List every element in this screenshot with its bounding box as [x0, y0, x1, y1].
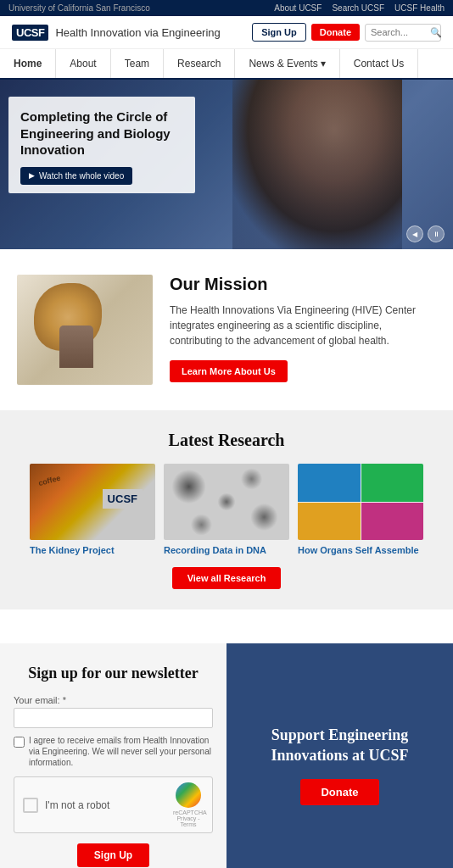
nav-contact[interactable]: Contact Us — [340, 49, 418, 78]
main-nav: Home About Team Research News & Events ▾… — [0, 49, 453, 80]
donate-button[interactable]: Donate — [311, 24, 360, 41]
ucsf-logo: UCSF — [12, 25, 48, 41]
donate-big-button[interactable]: Donate — [300, 779, 378, 805]
research-card-organs[interactable]: How Organs Self Assemble — [298, 464, 423, 555]
recaptcha-label: I'm not a robot — [45, 799, 109, 811]
research-card-dna[interactable]: Recording Data in DNA — [164, 464, 289, 555]
hero-content: Completing the Circle of Engineering and… — [8, 97, 195, 193]
play-icon: ▶ — [29, 171, 35, 180]
research-section: Latest Research The Kidney Project Recor… — [0, 410, 453, 609]
newsletter-title: Sign up for our newsletter — [14, 664, 213, 683]
logo-area: UCSF Health Innovation via Engineering — [12, 25, 221, 41]
mission-title: Our Mission — [170, 275, 436, 294]
nav-team[interactable]: Team — [111, 49, 164, 78]
newsletter-signup-button[interactable]: Sign Up — [77, 843, 149, 867]
site-header: UCSF Health Innovation via Engineering S… — [0, 16, 453, 49]
recaptcha-box[interactable]: I'm not a robot reCAPTCHAPrivacy - Terms — [14, 776, 213, 833]
ucsf-health-link[interactable]: UCSF Health — [394, 3, 445, 13]
mission-image — [17, 275, 153, 385]
hero-prev-button[interactable]: ◀ — [406, 225, 423, 242]
site-name: Health Innovation via Engineering — [55, 26, 220, 39]
consent-checkbox[interactable] — [14, 737, 25, 748]
signup-button[interactable]: Sign Up — [252, 23, 306, 42]
recaptcha-checkbox[interactable] — [23, 798, 38, 813]
learn-more-button[interactable]: Learn More About Us — [170, 360, 288, 382]
top-bar-links: About UCSF Search UCSF UCSF Health — [274, 3, 445, 13]
research-organs-label: How Organs Self Assemble — [298, 545, 423, 555]
hero-controls: ◀ ⏸ — [406, 225, 445, 242]
hero-section: Completing the Circle of Engineering and… — [0, 80, 453, 249]
top-bar: University of California San Francisco A… — [0, 0, 453, 16]
mission-section: Our Mission The Health Innovations Via E… — [0, 249, 453, 410]
mission-text: Our Mission The Health Innovations Via E… — [170, 275, 436, 382]
newsletter-section: Sign up for our newsletter Your email: *… — [0, 643, 226, 868]
research-dna-image — [164, 464, 289, 540]
hero-title: Completing the Circle of Engineering and… — [20, 108, 183, 159]
recaptcha-logo: reCAPTCHAPrivacy - Terms — [173, 782, 204, 827]
recaptcha-icon — [176, 782, 201, 808]
about-ucsf-link[interactable]: About UCSF — [274, 3, 322, 13]
view-all-research-button[interactable]: View all Research — [172, 567, 282, 589]
search-box: 🔍 — [365, 24, 441, 42]
email-label: Your email: * — [14, 695, 213, 705]
university-name: University of California San Francisco — [8, 3, 150, 13]
consent-row: I agree to receive emails from Health In… — [14, 735, 213, 768]
search-ucsf-link[interactable]: Search UCSF — [332, 3, 384, 13]
donate-title: Support Engineering Innovations at UCSF — [240, 726, 439, 765]
dna-inner-image — [164, 464, 289, 540]
nav-news-events[interactable]: News & Events ▾ — [235, 49, 339, 78]
view-all-wrap: View all Research — [17, 567, 436, 589]
bottom-split: Sign up for our newsletter Your email: *… — [0, 643, 453, 868]
research-kidney-label: The Kidney Project — [30, 545, 155, 555]
recaptcha-left: I'm not a robot — [23, 798, 109, 813]
organ-cell-1 — [298, 464, 361, 502]
research-kidney-image — [30, 464, 155, 540]
research-cards: The Kidney Project Recording Data in DNA… — [17, 464, 436, 555]
search-input[interactable] — [371, 27, 430, 37]
donate-section: Support Engineering Innovations at UCSF … — [226, 643, 453, 868]
watch-video-button[interactable]: ▶ Watch the whole video — [20, 167, 132, 185]
email-input[interactable] — [14, 708, 213, 728]
research-card-kidney[interactable]: The Kidney Project — [30, 464, 155, 555]
nav-research[interactable]: Research — [164, 49, 235, 78]
chevron-down-icon: ▾ — [321, 58, 326, 70]
recaptcha-text: reCAPTCHAPrivacy - Terms — [173, 810, 204, 827]
hero-pause-button[interactable]: ⏸ — [428, 225, 445, 242]
search-icon[interactable]: 🔍 — [430, 27, 442, 38]
organ-cell-4 — [361, 503, 424, 541]
header-actions: Sign Up Donate 🔍 — [252, 23, 441, 42]
research-title: Latest Research — [17, 431, 436, 450]
mission-section-wrapper: Our Mission The Health Innovations Via E… — [0, 249, 453, 410]
section-gap — [0, 609, 453, 626]
organ-cell-2 — [361, 464, 424, 502]
consent-text: I agree to receive emails from Health In… — [29, 735, 213, 768]
organ-cell-3 — [298, 503, 361, 541]
nav-home[interactable]: Home — [0, 49, 56, 78]
nav-about[interactable]: About — [56, 49, 110, 78]
research-organs-image — [298, 464, 423, 540]
research-dna-label: Recording Data in DNA — [164, 545, 289, 555]
mission-description: The Health Innovations Via Engineering (… — [170, 303, 436, 348]
